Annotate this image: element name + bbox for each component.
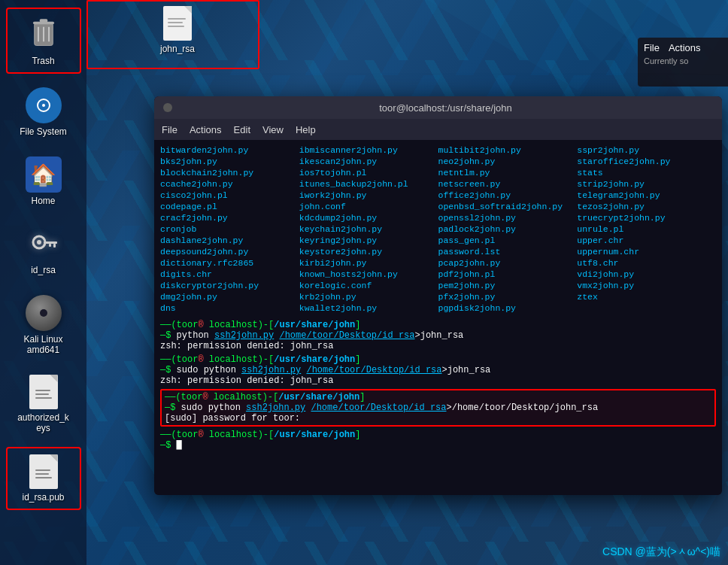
file-list: bitwarden2john.py ibmiscanner2john.py mu…: [160, 144, 716, 314]
cmd-line-1: ─$ python ssh2john.py /home/toor/Desktop…: [160, 330, 716, 341]
file-item: upper.chr: [577, 235, 716, 246]
terminal-body[interactable]: bitwarden2john.py ibmiscanner2john.py mu…: [154, 140, 722, 495]
file-item: pgpdisk2john.py: [438, 302, 578, 314]
file-item: stats: [577, 167, 716, 178]
file-item: digits.chr: [160, 269, 299, 280]
file-item: ikescan2john.py: [299, 156, 438, 167]
file-item: netntlm.py: [438, 167, 578, 178]
sidebar: Trash File System 🏠 Home: [0, 0, 86, 565]
file-item: kwallet2john.py: [299, 302, 438, 314]
sidebar-item-kali[interactable]: Kali Linuxamd641: [6, 289, 81, 361]
file-item: bitwarden2john.py: [160, 144, 299, 156]
cmd-line-4[interactable]: ─$ █: [160, 440, 716, 451]
filesystem-label: File System: [20, 126, 67, 137]
command-block-2: ──(toor® localhost)-[/usr/share/john] ─$…: [160, 354, 716, 386]
terminal-menubar: File Actions Edit View Help: [154, 119, 722, 140]
svg-rect-19: [49, 244, 51, 247]
disc-icon: [26, 295, 62, 331]
file-item: ztex: [577, 291, 716, 302]
terminal-menu-actions[interactable]: Actions: [190, 124, 222, 135]
file-item: pfx2john.py: [438, 291, 578, 302]
command-block-1: ──(toor® localhost)-[/usr/share/john] ─$…: [160, 320, 716, 351]
prompt-line-2: ──(toor® localhost)-[/usr/share/john]: [160, 354, 716, 365]
id-rsa-pub-label: id_rsa.pub: [22, 492, 64, 503]
file-item: kirbi2john.py: [299, 257, 438, 269]
file-item: netscreen.py: [438, 178, 578, 190]
trash-icon: [27, 15, 60, 48]
file-item: krb2john.py: [299, 291, 438, 302]
file-item: itunes_backup2john.pl: [299, 178, 438, 190]
id-rsa-pub-icon: [29, 454, 58, 489]
file-item: blockchain2john.py: [160, 167, 299, 178]
file-item: unrule.pl: [577, 223, 716, 235]
john-rsa-item[interactable]: john_rsa: [86, 0, 259, 69]
sidebar-item-id-rsa-pub[interactable]: id_rsa.pub: [6, 447, 81, 510]
sidebar-item-filesystem[interactable]: File System: [6, 81, 81, 143]
file-item: keystore2john.py: [299, 246, 438, 257]
file-item: ccache2john.py: [160, 178, 299, 190]
terminal-menu-help[interactable]: Help: [296, 124, 316, 135]
cmd-output-1: zsh: permission denied: john_rsa: [160, 341, 716, 351]
john-rsa-file-icon: [163, 6, 192, 41]
file-item: telegram2john.py: [577, 190, 716, 201]
terminal-title: toor@localhost:/usr/share/john: [178, 102, 713, 114]
terminal-window: toor@localhost:/usr/share/john File Acti…: [154, 96, 722, 495]
sidebar-item-home[interactable]: 🏠 Home: [6, 150, 81, 212]
authorized-keys-icon: [29, 375, 58, 409]
cmd-output-2: zsh: permission denied: john_rsa: [160, 375, 716, 386]
file-item: sspr2john.py: [577, 144, 716, 156]
file-item: staroffice2john.py: [577, 156, 716, 167]
file-item: known_hosts2john.py: [299, 269, 438, 280]
file-item: dns: [160, 302, 299, 314]
file-item: pass_gen.pl: [438, 235, 578, 246]
file-item: cisco2john.pl: [160, 190, 299, 201]
file-item: pcap2john.py: [438, 257, 578, 269]
file-item: vmx2john.py: [577, 280, 716, 291]
sidebar-item-id-rsa[interactable]: id_rsa: [6, 220, 81, 281]
file-item: ios7tojohn.pl: [299, 167, 438, 178]
home-icon: 🏠: [26, 156, 62, 193]
csdn-watermark: CSDN @蓝为(>ᆺω^<)喵: [602, 545, 720, 559]
svg-rect-8: [39, 19, 47, 22]
file-item: office2john.py: [438, 190, 578, 201]
terminal-menu-edit[interactable]: Edit: [234, 124, 250, 135]
file-item: password.lst: [438, 246, 578, 257]
file-item: ibmiscanner2john.py: [299, 144, 438, 156]
svg-rect-18: [53, 244, 56, 248]
svg-point-14: [42, 104, 45, 107]
panel-file-menu[interactable]: File: [644, 42, 660, 53]
file-item: cracf2john.py: [160, 212, 299, 223]
desktop: Trash File System 🏠 Home: [0, 0, 728, 565]
file-item: dictionary.rfc2865: [160, 257, 299, 269]
terminal-titlebar: toor@localhost:/usr/share/john: [154, 96, 722, 119]
kali-label: Kali Linuxamd641: [23, 334, 62, 355]
file-item: john.conf: [299, 201, 438, 212]
authorized-keys-label: authorized_keys: [17, 412, 69, 433]
terminal-menu-view[interactable]: View: [262, 124, 284, 135]
file-item: multibit2john.py: [438, 144, 578, 156]
terminal-control-dot[interactable]: [163, 103, 172, 112]
prompt-line-3: ──(toor® localhost)-[/usr/share/john]: [165, 392, 711, 402]
file-item: utf8.chr: [577, 257, 716, 269]
file-item: padlock2john.py: [438, 223, 578, 235]
key-icon: [26, 226, 62, 262]
file-item: tezos2john.py: [577, 201, 716, 212]
file-item: diskcryptor2john.py: [160, 280, 299, 291]
sidebar-item-trash[interactable]: Trash: [6, 8, 81, 74]
john-rsa-label: john_rsa: [160, 44, 195, 54]
file-item: openbsd_softraid2john.py: [438, 201, 578, 212]
file-item: neo2john.py: [438, 156, 578, 167]
file-item: codepage.pl: [160, 201, 299, 212]
sidebar-item-authorized-keys[interactable]: authorized_keys: [6, 369, 81, 439]
file-item: cronjob: [160, 223, 299, 235]
file-item: truecrypt2john.py: [577, 212, 716, 223]
file-item: uppernum.chr: [577, 246, 716, 257]
terminal-menu-file[interactable]: File: [162, 124, 177, 135]
cmd-line-3: ─$ sudo python ssh2john.py /home/toor/De…: [165, 402, 711, 413]
panel-actions-menu[interactable]: Actions: [669, 42, 701, 53]
file-item: keychain2john.py: [299, 223, 438, 235]
file-item: iwork2john.py: [299, 190, 438, 201]
cmd-output-3: [sudo] password for toor:: [165, 413, 711, 424]
file-item: deepsound2john.py: [160, 246, 299, 257]
command-block-4: ──(toor® localhost)-[/usr/share/john] ─$…: [160, 430, 716, 451]
